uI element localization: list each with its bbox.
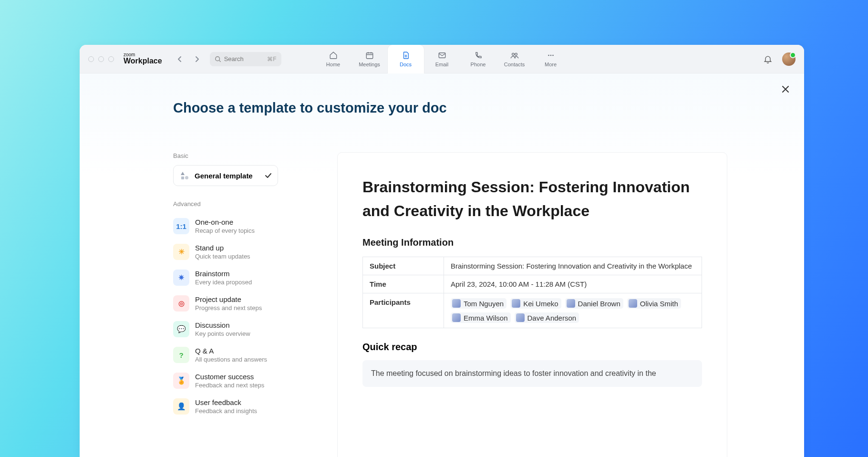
template-stand-up[interactable]: ☀Stand upQuick team updates (173, 239, 297, 265)
doc-title: Brainstorming Session: Fostering Innovat… (362, 176, 702, 223)
template-subtitle: Feedback and insights (195, 407, 257, 415)
template-subtitle: Key points overview (195, 330, 250, 337)
search-input[interactable]: Search ⌘F (210, 52, 281, 66)
calendar-icon (365, 51, 374, 60)
phone-icon (474, 51, 483, 60)
section-advanced-label: Advanced (173, 200, 297, 208)
quick-recap-section: Quick recap The meeting focused on brain… (362, 342, 702, 387)
participant-chip[interactable]: Kei Umeko (510, 298, 561, 309)
nav-meetings[interactable]: Meetings (351, 45, 388, 73)
app-window: zoom Workplace Search ⌘F Home (80, 45, 804, 457)
svg-rect-15 (181, 177, 184, 179)
nav-back-button[interactable] (176, 56, 183, 62)
template-title: Stand up (195, 244, 250, 252)
participant-chip[interactable]: Daniel Brown (565, 298, 623, 309)
participant-avatar (512, 299, 520, 308)
template-subtitle: Feedback and next steps (195, 382, 264, 389)
cell-subject-key: Subject (363, 257, 444, 275)
template-brainstorm[interactable]: ✷BrainstormEvery idea proposed (173, 265, 297, 291)
traffic-minimize[interactable] (98, 56, 104, 62)
participant-avatar (567, 299, 575, 308)
nav-label: Home (326, 62, 340, 67)
table-row: Participants Tom NguyenKei UmekoDaniel B… (363, 293, 702, 328)
participants-list: Tom NguyenKei UmekoDaniel BrownOlivia Sm… (451, 298, 695, 323)
meeting-info-table: Subject Brainstorming Session: Fostering… (362, 257, 702, 328)
top-nav: Home Meetings Docs Email Phone Contacts (315, 45, 569, 73)
participant-name: Olivia Smith (640, 300, 678, 308)
bell-icon (763, 54, 773, 64)
table-row: Time April 23, 2024, 10:00 AM - 11:28 AM… (363, 275, 702, 293)
template-title: User feedback (195, 398, 257, 406)
template-title: Project update (195, 295, 262, 303)
template-sidebar: Basic General template Advanced 1:1One-o… (173, 152, 297, 419)
template-text: BrainstormEvery idea proposed (195, 270, 252, 286)
svg-line-1 (219, 60, 220, 62)
nav-phone[interactable]: Phone (460, 45, 496, 73)
nav-email[interactable]: Email (424, 45, 460, 73)
nav-label: Email (435, 62, 449, 67)
template-subtitle: Quick team updates (195, 253, 250, 260)
template-text: One-on-oneRecap of every topics (195, 218, 255, 234)
template-discussion[interactable]: 💬DiscussionKey points overview (173, 316, 297, 342)
svg-marker-14 (181, 172, 185, 175)
section-basic-label: Basic (173, 152, 297, 159)
template-icon: ? (173, 347, 189, 363)
recap-text: The meeting focused on brainstorming ide… (362, 360, 702, 387)
template-text: Project updateProgress and next steps (195, 295, 262, 312)
brand: zoom Workplace (124, 52, 162, 65)
template-text: User feedbackFeedback and insights (195, 398, 257, 415)
svg-rect-16 (185, 176, 188, 179)
template-q-a[interactable]: ?Q & AAll questions and answers (173, 342, 297, 368)
template-icon: 💬 (173, 321, 189, 337)
participant-chip[interactable]: Emma Wilson (451, 312, 511, 323)
close-button[interactable] (781, 85, 790, 93)
svg-point-12 (550, 54, 551, 56)
template-title: Discussion (195, 321, 250, 329)
participant-chip[interactable]: Tom Nguyen (451, 298, 506, 309)
brand-sub: Workplace (124, 57, 162, 65)
participant-avatar (629, 299, 637, 308)
nav-forward-button[interactable] (194, 56, 200, 62)
template-project-update[interactable]: ◎Project updateProgress and next steps (173, 291, 297, 316)
template-general[interactable]: General template (173, 165, 278, 186)
template-icon: 🏅 (173, 373, 189, 389)
cell-time-key: Time (363, 275, 444, 293)
participant-name: Kei Umeko (523, 300, 558, 308)
template-title: One-on-one (195, 218, 255, 226)
more-icon (547, 51, 555, 60)
nav-docs[interactable]: Docs (388, 45, 424, 73)
traffic-maximize[interactable] (108, 56, 114, 62)
page-title: Choose a template to customize your doc (173, 100, 447, 116)
nav-home[interactable]: Home (315, 45, 351, 73)
notifications-button[interactable] (763, 54, 773, 64)
content-area: Choose a template to customize your doc … (80, 73, 804, 457)
nav-label: Docs (400, 62, 412, 67)
template-customer-success[interactable]: 🏅Customer successFeedback and next steps (173, 368, 297, 394)
template-subtitle: Recap of every topics (195, 227, 255, 234)
template-text: Customer successFeedback and next steps (195, 373, 264, 389)
template-user-feedback[interactable]: 👤User feedbackFeedback and insights (173, 394, 297, 419)
traffic-close[interactable] (88, 56, 94, 62)
participant-chip[interactable]: Dave Anderson (515, 312, 579, 323)
traffic-lights (88, 56, 114, 62)
email-icon (438, 51, 446, 60)
nav-label: More (545, 62, 557, 67)
participant-name: Tom Nguyen (464, 300, 504, 308)
nav-more[interactable]: More (533, 45, 569, 73)
nav-label: Meetings (359, 62, 380, 67)
template-subtitle: All questions and answers (195, 356, 267, 363)
chevron-right-icon (195, 56, 199, 62)
cell-subject-val: Brainstorming Session: Fostering Innovat… (444, 257, 702, 275)
participant-chip[interactable]: Olivia Smith (627, 298, 681, 309)
home-icon (329, 51, 338, 60)
nav-label: Contacts (504, 62, 525, 67)
chevron-left-icon (177, 56, 182, 62)
participant-name: Daniel Brown (578, 300, 620, 308)
nav-contacts[interactable]: Contacts (496, 45, 533, 73)
template-text: Stand upQuick team updates (195, 244, 250, 260)
template-text: Q & AAll questions and answers (195, 347, 267, 363)
participant-name: Emma Wilson (464, 314, 508, 322)
doc-section-info: Meeting Information (362, 237, 702, 248)
user-avatar[interactable] (782, 52, 796, 66)
template-one-on-one[interactable]: 1:1One-on-oneRecap of every topics (173, 213, 297, 239)
